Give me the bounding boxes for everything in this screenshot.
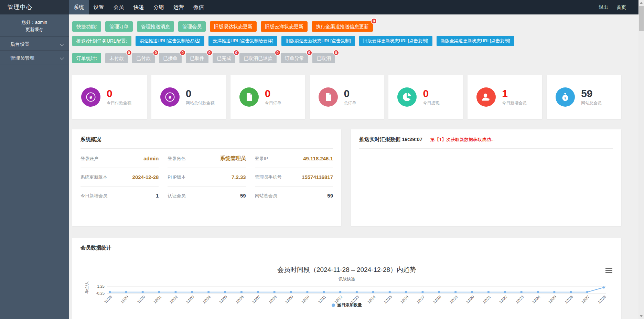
status-label: 未付款 [109, 55, 124, 61]
status-label: 已取消已退款 [244, 55, 272, 61]
card-total-members: ¥ 59 网站总会员 [547, 75, 621, 119]
status-accepted[interactable]: 已接单 0 [159, 53, 182, 63]
yunyang-push-url-button[interactable]: 云洋推送URL[点击复制给云洋] [208, 36, 277, 46]
count-badge: 0 [333, 50, 339, 56]
quick-functions-label: 快捷功能: [72, 21, 101, 32]
status-completed[interactable]: 已完成 0 [213, 53, 235, 63]
window-scrollbar[interactable] [638, 0, 644, 319]
cell-label: 认证会员 [168, 193, 185, 199]
nav-item-members[interactable]: 会员 [109, 0, 129, 14]
chart-title: 会员时间段（2024-11-28 – 2024-12-28）内趋势 [80, 265, 613, 274]
count-badge: 0 [180, 50, 186, 56]
card-value: 0 [344, 88, 356, 99]
old-yunyang-status-update-button[interactable]: 旧版云洋状态更新 [261, 21, 308, 32]
new-allchannel-update-url-button[interactable]: 新版全渠道更新状态URL[点击复制] [437, 36, 514, 46]
status-label: 订单异常 [285, 55, 304, 61]
count-badge: 0 [206, 50, 213, 56]
scroll-down-icon[interactable] [640, 315, 643, 317]
pie-chart-icon [397, 87, 417, 107]
count-badge: 0 [233, 50, 239, 56]
cell-total-members: 网站总会员 59 [255, 187, 333, 205]
chart-subtitle: 讯软快递 [80, 276, 613, 282]
cell-label: 登录账户 [80, 156, 98, 162]
chevron-down-icon [60, 42, 64, 46]
card-value: 0 [186, 88, 215, 99]
count-badge: 0 [126, 50, 132, 56]
system-overview-panel: 系统概况 登录账户 admin 登录角色 系统管理员 登录IP 49.118.2… [72, 129, 341, 226]
yida-push-url-button[interactable]: 易达推送URL[点击复制给易达] [136, 36, 204, 46]
manage-members-button[interactable]: 管理会员 [178, 21, 206, 32]
cell-value: 59 [240, 193, 246, 199]
cell-login-role: 登录角色 系统管理员 [168, 149, 246, 168]
scroll-up-icon[interactable] [640, 2, 643, 4]
top-navbar: 管理中心 系统 设置 会员 快递 分销 运营 微信 退出 首页 [0, 0, 644, 14]
sidebar-item-admin-management[interactable]: 管理员管理 [0, 51, 69, 64]
chart-legend[interactable]: 当日添加数量 [80, 302, 613, 308]
status-label: 已完成 [217, 55, 231, 61]
home-link[interactable]: 首页 [612, 0, 630, 14]
count-badge: 0 [371, 18, 377, 24]
status-label: 已取件 [190, 55, 204, 61]
status-abnormal[interactable]: 订单异常 0 [281, 53, 308, 63]
nav-item-system[interactable]: 系统 [69, 0, 89, 14]
manage-orders-button[interactable]: 管理订单 [105, 21, 133, 32]
cell-admin-phone: 管理员手机号 15574116817 [255, 168, 333, 187]
old-yida-status-update-button[interactable]: 旧版易达状态更新 [210, 21, 257, 32]
sidebar-greeting: 您好：admin [3, 19, 65, 26]
cell-value: 1 [156, 193, 159, 199]
scrollbar-thumb[interactable] [639, 6, 644, 31]
push-url-row: 推送/计划任务URL配置: 易达推送URL[点击复制给易达] 云洋推送URL[点… [72, 36, 621, 46]
status-picked-up[interactable]: 已取件 0 [186, 53, 208, 63]
cell-label: 系统更新版本 [80, 174, 107, 180]
card-label: 今日订单 [265, 100, 281, 106]
member-stats-panel: 会员数据统计 会员时间段（2024-11-28 – 2024-12-28）内趋势… [72, 238, 621, 319]
old-yunyang-update-url-button[interactable]: 旧版云洋更新状态URL[点击复制] [359, 36, 432, 46]
refresh-cache-link[interactable]: 更新缓存 [3, 26, 65, 33]
chart-menu-icon[interactable] [605, 268, 612, 274]
cell-label: 管理员手机号 [255, 174, 282, 180]
order-stats-row: 订单统计: 未付款 0 已付款 0 已接单 0 已取件 0 已完成 0 已取消已… [72, 53, 621, 63]
nav-item-wechat[interactable]: 微信 [189, 0, 208, 14]
push-report-panel: 推送实时汇报数据 19:29:07 第【1】次获取新数据获取成功... [351, 129, 621, 226]
legend-marker-icon [332, 304, 335, 307]
status-cancelled[interactable]: 已取消 0 [312, 53, 335, 63]
manage-push-messages-button[interactable]: 管理推送消息 [137, 21, 174, 32]
line-chart [80, 284, 613, 295]
svg-text:¥: ¥ [89, 95, 92, 100]
yen-coin-icon: ¥ [160, 87, 180, 107]
card-today-payment: ¥ 0 今日付款金额 [72, 75, 147, 119]
card-today-new-members: 1 今日新增会员 [468, 75, 542, 119]
card-label: 网站总会员 [581, 100, 602, 106]
run-allchannel-push-update-button[interactable]: 执行全渠道推送信息更新 0 [312, 21, 373, 32]
order-stats-label: 订单统计: [72, 53, 101, 63]
status-unpaid[interactable]: 未付款 0 [105, 53, 128, 63]
cell-verified-members: 认证会员 59 [168, 187, 246, 205]
nav-menu: 系统 设置 会员 快递 分销 运营 微信 [69, 0, 208, 14]
panel-title: 推送实时汇报数据 19:29:07 [359, 136, 422, 143]
cell-today-new-members: 今日新增会员 1 [80, 187, 159, 205]
status-label: 已付款 [136, 55, 151, 61]
yen-coin-icon: ¥ [81, 87, 100, 107]
cell-login-ip: 登录IP 49.118.246.1 [255, 149, 333, 168]
cell-value: 7.2.33 [232, 174, 246, 180]
cell-value: 系统管理员 [220, 155, 246, 162]
old-yida-update-url-button[interactable]: 旧版易达更新状态URL[点击复制] [281, 36, 355, 46]
nav-item-settings[interactable]: 设置 [89, 0, 109, 14]
chart-plot-area: 单位/人 1.25 -0.25 11/2811/2911/3012/0112/0… [80, 284, 613, 319]
status-cancelled-refunded[interactable]: 已取消已退款 0 [239, 53, 277, 63]
cell-value: 2024-12-28 [132, 174, 159, 180]
card-label: 网站总付款金额 [186, 100, 215, 106]
legend-label: 当日添加数量 [337, 302, 362, 308]
card-value: 0 [107, 88, 131, 99]
nav-item-distribution[interactable]: 分销 [149, 0, 169, 14]
nav-item-express[interactable]: 快递 [129, 0, 149, 14]
logout-link[interactable]: 退出 [594, 0, 612, 14]
cell-label: 登录IP [255, 156, 268, 162]
button-label: 执行全渠道推送信息更新 [316, 24, 369, 29]
cell-value: admin [143, 156, 159, 161]
nav-item-operation[interactable]: 运营 [169, 0, 189, 14]
status-paid[interactable]: 已付款 0 [132, 53, 155, 63]
sidebar-item-backend-settings[interactable]: 后台设置 [0, 37, 69, 51]
cell-system-version: 系统更新版本 2024-12-28 [80, 168, 159, 187]
status-label: 已接单 [163, 55, 178, 61]
